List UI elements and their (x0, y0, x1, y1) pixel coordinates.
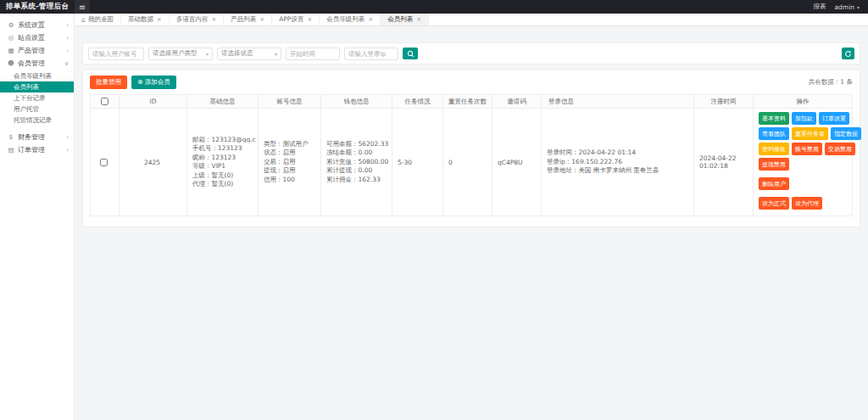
main-area: ⌂ 我的桌面 基础数据 × 多语言内容 × 产品列表 × APP设置 × 会员等… (75, 14, 868, 420)
chevron-left-icon: ‹ (66, 22, 69, 29)
caret-down-icon: ▾ (857, 4, 860, 10)
tab-app-settings[interactable]: APP设置 × (272, 14, 320, 25)
action-disable-withdraw-button[interactable]: 提现禁用 (759, 158, 789, 171)
action-change-password-button[interactable]: 密码修改 (759, 143, 789, 155)
topbar-right: 报表 admin ▾ (813, 3, 868, 11)
caret-down-icon: ▾ (206, 51, 209, 57)
action-add-deduct-button[interactable]: 加扣款 (792, 112, 816, 125)
sidebar-item-finance-management[interactable]: $ 财务管理 ‹ (0, 131, 74, 143)
chevron-left-icon: ‹ (66, 147, 69, 154)
sidebar-item-site-settings[interactable]: ◎ 站点设置 ‹ (0, 31, 74, 44)
cell-reset-count: 0 (443, 109, 492, 216)
tab-bar: ⌂ 我的桌面 基础数据 × 多语言内容 × 产品列表 × APP设置 × 会员等… (75, 14, 868, 26)
cell-register-time: 2024-04-22 01:02:18 (694, 109, 754, 216)
cell-task-status: 5-30 (392, 109, 443, 216)
close-icon[interactable]: × (211, 16, 216, 23)
hamburger-icon: ≡ (79, 3, 86, 12)
site-icon: ◎ (7, 34, 15, 42)
user-type-select[interactable]: 请选择用户类型 ▾ (148, 48, 213, 60)
member-table: ID 基础信息 账号信息 钱包信息 任务情况 重置任务次数 邀请码 登录信息 注… (90, 94, 853, 216)
action-order-settings-button[interactable]: 订单设置 (819, 112, 849, 125)
col-actions: 操作 (754, 95, 853, 109)
filter-panel: 请选择用户类型 ▾ 请选择状态 ▾ (82, 42, 860, 64)
sidebar: ⚙ 系统设置 ‹ ◎ 站点设置 ‹ ▦ 产品管理 ‹ ☻ 会员管理 ∨ 会员等级… (0, 14, 75, 420)
start-time-input[interactable] (286, 48, 340, 60)
col-account-info: 账号信息 (259, 95, 321, 109)
chevron-left-icon: ‹ (66, 134, 69, 141)
user-menu[interactable]: admin ▾ (834, 3, 860, 11)
col-reset-count: 重置任务次数 (443, 95, 492, 109)
chevron-left-icon: ‹ (66, 48, 69, 54)
cell-login-info: 登录时间：2024-04-22 01:14 登录ip：169.150.222.7… (542, 109, 694, 216)
topbar: 排单系统-管理后台 ≡ 报表 admin ▾ (0, 0, 868, 14)
member-icon: ☻ (7, 59, 15, 67)
login-ip-input[interactable] (344, 48, 398, 60)
close-icon[interactable]: × (416, 16, 421, 23)
search-button[interactable] (403, 48, 418, 59)
finance-icon: $ (7, 133, 15, 141)
action-delete-user-button[interactable]: 删除用户 (759, 177, 789, 190)
caret-down-icon: ▾ (275, 51, 277, 57)
select-all-checkbox[interactable] (101, 98, 108, 105)
cell-invite-code: qC4P8U (492, 109, 542, 216)
action-view-team-button[interactable]: 查看团队 (759, 127, 789, 140)
col-basic-info: 基础信息 (187, 95, 259, 109)
cell-basic-info: 邮箱：123123@qq.com 手机号：123123 昵称：123123 等级… (187, 109, 259, 216)
username: admin (834, 3, 854, 11)
search-icon (407, 50, 415, 58)
plus-icon: ⊕ (137, 79, 143, 86)
table-row: 2425 邮箱：123123@qq.com 手机号：123123 昵称：1231… (91, 109, 853, 216)
tab-member-list[interactable]: 会员列表 × (381, 14, 429, 25)
action-set-formal-button[interactable]: 设为正式 (759, 197, 789, 210)
home-icon: ⌂ (81, 16, 86, 24)
row-checkbox[interactable] (100, 159, 108, 166)
action-set-agent-button[interactable]: 设为代理 (792, 197, 822, 210)
table-toolbar: 批量禁用 ⊕ 添加会员 共有数据：1 条 (90, 76, 853, 89)
chevron-down-icon: ∨ (64, 60, 69, 67)
col-id: ID (120, 95, 187, 109)
tab-basic-data[interactable]: 基础数据 × (121, 14, 170, 25)
sidebar-item-system-settings[interactable]: ⚙ 系统设置 ‹ (0, 19, 74, 31)
sidebar-item-member-list[interactable]: 会员列表 (0, 81, 74, 92)
tab-my-desktop[interactable]: ⌂ 我的桌面 (75, 14, 121, 25)
tab-product-list[interactable]: 产品列表 × (224, 14, 272, 25)
sidebar-item-member-level-list[interactable]: 会员等级列表 (0, 70, 74, 81)
sidebar-item-user-trusteeship[interactable]: 用户托管 (0, 104, 74, 115)
batch-disable-button[interactable]: 批量禁用 (90, 76, 127, 89)
close-icon[interactable]: × (157, 16, 162, 23)
sidebar-item-trusteeship-records[interactable]: 托管情况记录 (0, 115, 74, 126)
tab-multilanguage-content[interactable]: 多语言内容 × (170, 14, 224, 25)
sidebar-item-points-records[interactable]: 上下分记录 (0, 92, 74, 104)
status-select[interactable]: 请选择状态 ▾ (217, 48, 281, 60)
action-reset-tasks-button[interactable]: 重置任务量 (792, 127, 828, 140)
sidebar-item-product-management[interactable]: ▦ 产品管理 ‹ (0, 44, 74, 57)
col-invite-code: 邀请码 (492, 95, 542, 109)
gear-icon: ⚙ (7, 21, 15, 29)
close-icon[interactable]: × (259, 16, 264, 23)
cell-wallet-info: 可用余额：56202.33 冻结余额：0.00 累计充值：50800.00 累计… (321, 109, 392, 216)
close-icon[interactable]: × (368, 16, 373, 23)
chevron-left-icon: ‹ (66, 35, 69, 42)
sidebar-item-order-management[interactable]: ▤ 订单管理 ‹ (0, 143, 74, 156)
member-table-panel: 批量禁用 ⊕ 添加会员 共有数据：1 条 ID (82, 70, 860, 227)
col-wallet-info: 钱包信息 (321, 95, 392, 109)
add-member-button[interactable]: ⊕ 添加会员 (131, 76, 176, 89)
report-link[interactable]: 报表 (813, 3, 826, 11)
action-basic-info-button[interactable]: 基本资料 (759, 112, 789, 125)
action-assign-data-button[interactable]: 指定数据 (831, 127, 861, 140)
refresh-button[interactable] (842, 48, 854, 59)
member-submenu: 会员等级列表 会员列表 上下分记录 用户托管 托管情况记录 (0, 70, 74, 131)
product-icon: ▦ (7, 47, 15, 54)
sidebar-item-member-management[interactable]: ☻ 会员管理 ∨ (0, 57, 74, 70)
refresh-icon (844, 50, 852, 58)
total-count: 共有数据：1 条 (809, 78, 853, 87)
menu-toggle-button[interactable]: ≡ (75, 0, 90, 14)
cell-actions: 基本资料 加扣款 订单设置 查看团队 重置任务量 指定数据 密码修改 (754, 109, 853, 216)
tab-member-level-list[interactable]: 会员等级列表 × (320, 14, 381, 25)
account-input[interactable] (88, 48, 144, 60)
action-disable-trade-button[interactable]: 交易禁用 (825, 143, 855, 155)
action-disable-account-button[interactable]: 账号禁用 (792, 143, 822, 155)
close-icon[interactable]: × (307, 16, 312, 23)
cell-account-info: 类型：测试用户 状态：启用 交易：启用 提现：启用 信用：100 (259, 109, 321, 216)
col-register-time: 注册时间 (694, 95, 754, 109)
